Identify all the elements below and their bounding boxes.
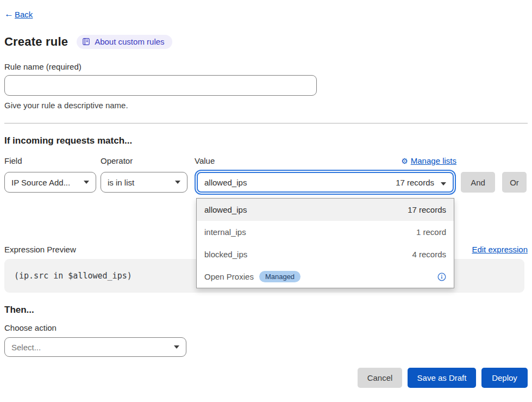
choose-action-placeholder: Select...	[11, 343, 41, 352]
choose-action-label: Choose action	[4, 323, 528, 332]
cancel-button[interactable]: Cancel	[358, 368, 402, 388]
manage-lists-link[interactable]: ⚙Manage lists	[401, 156, 456, 165]
list-item-open-proxies[interactable]: Open Proxies Managed	[197, 265, 454, 288]
section-divider	[4, 123, 528, 123]
list-item-allowed-ips[interactable]: allowed_ips 17 records	[197, 199, 454, 221]
list-item-records: 1 record	[416, 227, 446, 237]
list-item-name: internal_ips	[204, 227, 246, 237]
chevron-down-icon	[174, 345, 179, 349]
back-link-label: Back	[15, 10, 33, 19]
deploy-button[interactable]: Deploy	[481, 368, 528, 388]
rule-name-label: Rule name (required)	[4, 62, 528, 71]
value-dropdown-panel: allowed_ips 17 records internal_ips 1 re…	[196, 198, 454, 288]
or-button[interactable]: Or	[502, 172, 527, 193]
list-item-blocked-ips[interactable]: blocked_ips 4 records	[197, 243, 454, 265]
chevron-down-icon	[175, 181, 180, 184]
expression-preview-label: Expression Preview	[4, 245, 76, 254]
match-section-heading: If incoming requests match...	[4, 135, 528, 146]
field-select-value: IP Source Add...	[11, 178, 70, 187]
title-row: Create rule About custom rules	[4, 35, 528, 49]
back-arrow-icon: ←	[4, 9, 14, 20]
page-title: Create rule	[4, 35, 68, 49]
list-item-records: 4 records	[412, 250, 446, 259]
book-icon	[82, 38, 90, 46]
condition-labels-row: Field Operator Value ⚙Manage lists	[4, 156, 528, 165]
rule-name-helper: Give your rule a descriptive name.	[4, 101, 528, 110]
value-select[interactable]: allowed_ips 17 records	[197, 172, 454, 193]
value-select-focus-ring: allowed_ips 17 records	[195, 170, 456, 195]
create-rule-page: ←Back Create rule About custom rules Rul…	[0, 0, 532, 402]
choose-action-select[interactable]: Select...	[4, 337, 186, 357]
manage-lists-label: Manage lists	[411, 156, 456, 165]
value-select-value: allowed_ips	[204, 178, 247, 187]
list-item-records: 17 records	[408, 205, 446, 214]
list-item-name: allowed_ips	[204, 205, 247, 214]
field-select[interactable]: IP Source Add...	[4, 172, 96, 193]
field-label: Field	[4, 156, 101, 165]
footer-actions: Cancel Save as Draft Deploy	[4, 368, 528, 388]
then-section-heading: Then...	[4, 305, 528, 316]
save-as-draft-button[interactable]: Save as Draft	[408, 368, 476, 388]
about-custom-rules-link[interactable]: About custom rules	[77, 35, 172, 49]
edit-expression-link[interactable]: Edit expression	[472, 245, 528, 254]
operator-select[interactable]: is in list	[101, 172, 187, 193]
list-item-internal-ips[interactable]: internal_ips 1 record	[197, 221, 454, 243]
value-label: Value	[195, 156, 215, 165]
and-button[interactable]: And	[461, 172, 495, 193]
managed-badge: Managed	[259, 271, 301, 282]
chevron-down-icon	[441, 178, 446, 187]
info-icon[interactable]	[437, 273, 446, 281]
condition-row: IP Source Add... is in list allowed_ips …	[4, 170, 528, 195]
rule-name-input[interactable]	[4, 75, 317, 96]
list-item-name: blocked_ips	[204, 250, 247, 259]
expression-code: (ip.src in $allowed_ips)	[14, 271, 132, 281]
list-item-name: Open Proxies	[204, 272, 254, 281]
operator-label: Operator	[101, 156, 195, 165]
operator-select-value: is in list	[108, 178, 134, 187]
chevron-down-icon	[84, 181, 89, 184]
about-custom-rules-label: About custom rules	[95, 37, 164, 46]
value-select-records: 17 records	[396, 178, 434, 187]
gear-icon: ⚙	[401, 157, 408, 165]
back-link[interactable]: ←Back	[4, 9, 33, 20]
